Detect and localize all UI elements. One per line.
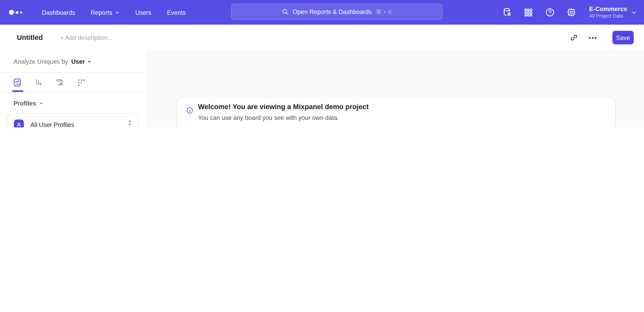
apps-grid-icon[interactable] xyxy=(524,7,534,18)
analyze-label: Analyze Uniques by xyxy=(14,58,68,65)
chevron-down-icon xyxy=(631,10,636,15)
profiles-section-header[interactable]: Profiles xyxy=(0,100,146,107)
add-description[interactable]: + Add description... xyxy=(60,34,112,41)
divider xyxy=(604,31,604,44)
mixpanel-logo[interactable] xyxy=(9,10,22,15)
metric-badge: A xyxy=(14,120,24,128)
nav-reports[interactable]: Reports xyxy=(91,9,120,16)
project-scope: All Project Data xyxy=(589,13,627,19)
search-icon xyxy=(282,8,289,15)
insights-chart-icon xyxy=(13,78,22,87)
nav-users[interactable]: Users xyxy=(135,9,152,16)
query-sidebar: Analyze Uniques by User Profiles xyxy=(0,50,147,128)
tab-funnels[interactable] xyxy=(34,78,44,87)
tab-flows[interactable] xyxy=(55,78,65,87)
save-button[interactable]: Save xyxy=(612,31,634,44)
top-nav: Dashboards Reports Users Events Open Rep… xyxy=(0,0,644,25)
retention-dots-icon xyxy=(77,78,86,87)
metric-card[interactable]: A All User Profiles ••• Count Total xyxy=(8,113,138,128)
data-management-icon[interactable] xyxy=(502,7,512,18)
info-icon xyxy=(186,107,193,114)
search-shortcut: ⌘ + K xyxy=(376,8,392,15)
report-header: Untitled + Add description... ••• Save xyxy=(0,25,644,51)
tab-insights[interactable] xyxy=(12,78,22,87)
chevron-down-icon xyxy=(115,10,120,14)
search-placeholder: Open Reports & Dashboards xyxy=(293,8,372,15)
active-tab-indicator xyxy=(12,90,23,92)
copy-link-icon[interactable] xyxy=(566,30,581,45)
report-title[interactable]: Untitled xyxy=(17,34,43,42)
chevron-down-icon xyxy=(87,59,92,64)
project-name: E-Commerce xyxy=(589,5,627,13)
nav-dashboards[interactable]: Dashboards xyxy=(42,9,75,16)
project-selector[interactable]: E-Commerce All Project Data xyxy=(589,5,636,19)
metric-name[interactable]: All User Profiles xyxy=(30,121,126,128)
settings-gear-icon[interactable] xyxy=(566,7,576,18)
chevron-down-icon xyxy=(39,101,44,106)
analyze-entity-select[interactable]: User xyxy=(71,58,92,65)
nav-events[interactable]: Events xyxy=(167,9,186,16)
demo-banner: Welcome! You are viewing a Mixpanel demo… xyxy=(176,97,616,128)
more-menu-button[interactable]: ••• xyxy=(589,34,598,41)
banner-title: Welcome! You are viewing a Mixpanel demo… xyxy=(198,103,368,111)
banner-subtitle: You can use any board you see with your … xyxy=(198,114,339,121)
tab-retention[interactable] xyxy=(76,78,86,87)
global-search-input[interactable]: Open Reports & Dashboards ⌘ + K xyxy=(231,4,442,20)
mixpanel-app: Dashboards Reports Users Events Open Rep… xyxy=(0,0,644,128)
bar-columns-icon xyxy=(34,78,43,87)
flows-icon xyxy=(56,78,64,87)
help-icon[interactable] xyxy=(545,7,555,18)
metric-kebab-menu[interactable]: ••• xyxy=(126,120,133,128)
report-canvas: Welcome! You are viewing a Mixpanel demo… xyxy=(146,50,644,128)
